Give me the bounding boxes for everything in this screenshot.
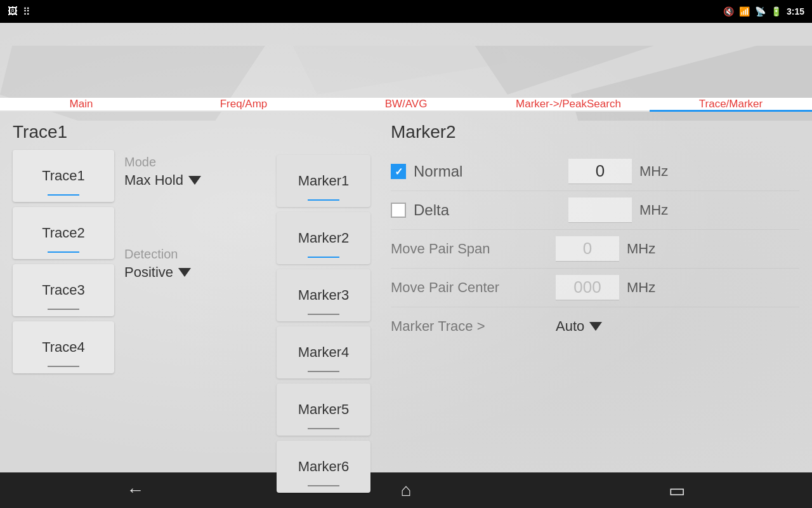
marker-list-panel: Marker1 Marker2 Marker3 Marker4 Marker5 … <box>277 122 378 498</box>
marker4-underline <box>308 371 339 372</box>
normal-value-input[interactable] <box>568 159 632 184</box>
trace1-underline <box>48 194 79 196</box>
move-pair-span-label: Move Pair Span <box>391 241 530 257</box>
status-bar: 🖼 ⠿ 🔇 📶 📡 🔋 3:15 <box>0 0 812 23</box>
normal-checkbox-label[interactable]: Normal <box>391 163 530 180</box>
left-section: Trace1 Trace1 Trace2 Trace3 Trace4 <box>13 122 264 498</box>
mode-label: Mode <box>124 155 264 170</box>
clock: 3:15 <box>787 6 804 17</box>
svg-marker-4 <box>254 46 508 95</box>
svg-marker-1 <box>381 46 698 95</box>
detection-label: Detection <box>124 247 264 262</box>
delta-row: Delta MHz <box>391 190 799 229</box>
tab-freqamp[interactable]: Freq/Amp <box>162 98 325 110</box>
main-content: Trace1 Trace1 Trace2 Trace3 Trace4 <box>0 112 812 508</box>
marker5-button[interactable]: Marker5 <box>277 384 370 436</box>
normal-row: Normal MHz <box>391 152 799 190</box>
marker3-button[interactable]: Marker3 <box>277 269 370 321</box>
app-container: Main Freq/Amp BW/AVG Marker->/PeakSearch… <box>0 23 812 508</box>
detection-value-container: Positive <box>124 264 264 281</box>
trace-title: Trace1 <box>13 122 114 142</box>
marker2-underline <box>308 257 339 258</box>
signal-icon: 📡 <box>755 6 766 17</box>
marker1-button[interactable]: Marker1 <box>277 155 370 207</box>
trace4-button[interactable]: Trace4 <box>13 321 114 373</box>
normal-checkbox[interactable] <box>391 164 406 179</box>
detection-row: Detection Positive <box>124 247 264 281</box>
marker1-underline <box>308 199 339 201</box>
wifi-icon: 📶 <box>739 6 750 17</box>
move-pair-span-unit: MHz <box>627 241 665 257</box>
mute-icon: 🔇 <box>723 6 734 17</box>
marker2-button[interactable]: Marker2 <box>277 212 370 264</box>
marker6-button[interactable]: Marker6 <box>277 441 370 493</box>
status-left-icons: 🖼 ⠿ <box>8 6 30 18</box>
delta-label: Delta <box>414 201 449 219</box>
move-pair-center-row: Move Pair Center MHz <box>391 268 799 307</box>
trace3-underline <box>48 309 79 310</box>
detection-arrow-icon <box>178 268 191 277</box>
marker4-button[interactable]: Marker4 <box>277 326 370 378</box>
mode-value: Max Hold <box>124 172 183 189</box>
move-pair-center-label: Move Pair Center <box>391 279 530 296</box>
screenshot-icon: 🖼 <box>8 6 18 17</box>
move-pair-center-input[interactable] <box>556 275 619 300</box>
normal-label: Normal <box>414 163 462 180</box>
mode-value-container: Max Hold <box>124 172 264 189</box>
move-pair-center-unit: MHz <box>627 279 665 296</box>
delta-checkbox[interactable] <box>391 203 406 218</box>
mode-arrow-icon <box>188 176 201 185</box>
mode-row: Mode Max Hold <box>124 155 264 189</box>
trace4-underline <box>48 366 79 367</box>
marker-trace-arrow-icon <box>589 322 602 331</box>
marker6-underline <box>308 485 339 486</box>
tab-trace-marker[interactable]: Trace/Marker <box>650 98 812 110</box>
status-right-icons: 🔇 📶 📡 🔋 3:15 <box>723 6 804 17</box>
normal-unit: MHz <box>639 163 678 180</box>
trace2-button[interactable]: Trace2 <box>13 207 114 259</box>
trace2-underline <box>48 251 79 253</box>
tab-bar: Main Freq/Amp BW/AVG Marker->/PeakSearch… <box>0 98 812 112</box>
move-pair-span-input[interactable] <box>556 236 619 262</box>
detection-value: Positive <box>124 264 173 281</box>
trace-panel: Trace1 Trace1 Trace2 Trace3 Trace4 <box>13 122 114 498</box>
move-pair-span-row: Move Pair Span MHz <box>391 229 799 268</box>
tab-bwavg[interactable]: BW/AVG <box>325 98 487 110</box>
marker-trace-value-container: Auto <box>556 318 602 335</box>
tab-main[interactable]: Main <box>0 98 162 110</box>
marker2-settings-panel: Marker2 Normal MHz Delta MHz <box>391 122 799 498</box>
delta-checkbox-label[interactable]: Delta <box>391 201 530 219</box>
mode-panel: Mode Max Hold Detection Positive <box>124 122 264 498</box>
marker5-underline <box>308 428 339 429</box>
marker-trace-label: Marker Trace > <box>391 318 530 335</box>
marker-trace-value: Auto <box>556 318 584 335</box>
menu-icon: ⠿ <box>23 6 30 18</box>
trace1-button[interactable]: Trace1 <box>13 150 114 202</box>
delta-value-input[interactable] <box>568 197 632 223</box>
trace3-button[interactable]: Trace3 <box>13 264 114 316</box>
marker3-underline <box>308 314 339 315</box>
battery-icon: 🔋 <box>771 6 782 17</box>
marker-trace-row: Marker Trace > Auto <box>391 307 799 345</box>
tab-marker-peaksearch[interactable]: Marker->/PeakSearch <box>487 98 650 110</box>
marker2-title: Marker2 <box>391 122 799 142</box>
delta-unit: MHz <box>639 202 678 218</box>
